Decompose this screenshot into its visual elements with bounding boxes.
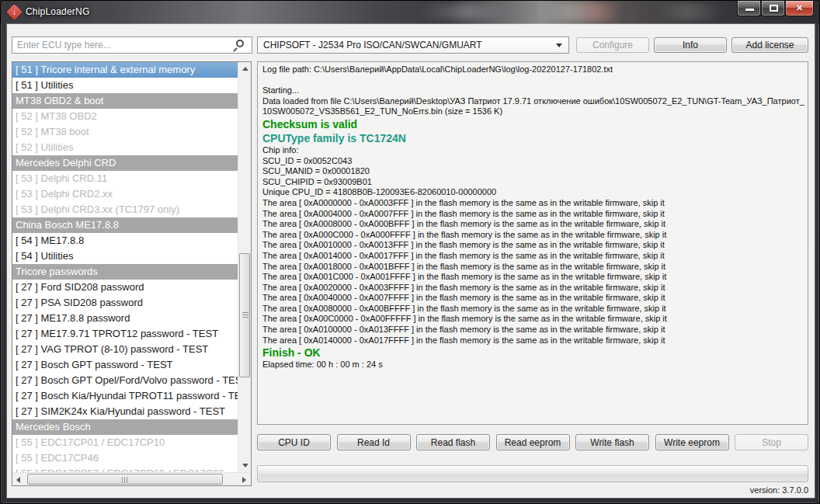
version-label: version: 3.7.0.0 — [750, 485, 808, 495]
titlebar-glass-artifact — [420, 4, 513, 19]
titlebar-glass-artifact — [653, 3, 723, 20]
ecu-list-item[interactable]: [ 54 ] ME17.8.8 — [12, 233, 238, 249]
read-id-button[interactable]: Read Id — [337, 434, 411, 450]
ecu-list-item[interactable]: [ 52 ] MT38 OBD2 — [12, 109, 238, 124]
action-button-row: CPU IDRead IdRead flashRead eepromWrite … — [257, 434, 808, 450]
arrow-down-icon — [242, 464, 248, 468]
ecu-list-item[interactable]: [ 27 ] Bosch GPT password - TEST — [12, 357, 238, 373]
log-line: Starting... — [262, 85, 803, 96]
horizontal-scroll-thumb[interactable] — [27, 474, 223, 485]
log-line: CPUType family is TC1724N — [262, 131, 803, 145]
log-line: The area [ 0xA00C0000 - 0xA00FFFFF ] in … — [262, 314, 803, 325]
ecu-list-item[interactable]: [ 53 ] Delphi CRD2.xx — [12, 186, 238, 202]
minimize-icon — [745, 9, 754, 11]
search-icon — [236, 40, 244, 47]
chevron-down-icon — [556, 43, 562, 47]
close-icon: ✕ — [796, 3, 803, 12]
ecu-list-item[interactable]: [ 54 ] Utilities — [12, 249, 238, 264]
ecu-list-item[interactable]: [ 27 ] Bosch Kia/Hyundai TPROT11 passwor… — [12, 388, 238, 404]
maximize-icon — [770, 5, 778, 12]
vertical-scroll-thumb[interactable] — [239, 253, 250, 377]
cpu-id-button[interactable]: CPU ID — [257, 434, 331, 450]
ecu-list-item[interactable]: [ 53 ] Delphi CRD.11 — [12, 171, 238, 186]
ecu-list-item[interactable]: [ 27 ] SIM2K24x Kia/Hyundai password - T… — [12, 404, 238, 419]
ecu-list-item[interactable]: [ 51 ] Utilities — [12, 78, 238, 93]
ecu-list-item[interactable]: [ 52 ] MT38 boot — [12, 124, 238, 140]
log-line: The area [ 0xA0004000 - 0xA0007FFF ] in … — [262, 209, 803, 220]
log-line: The area [ 0xA0014000 - 0xA0017FFF ] in … — [262, 251, 803, 262]
minimize-button[interactable] — [737, 1, 761, 16]
scroll-down-button[interactable] — [238, 459, 252, 472]
log-line: The area [ 0xA0100000 - 0xA013FFFF ] in … — [262, 325, 803, 335]
arrow-right-icon — [242, 477, 246, 483]
search-button[interactable] — [231, 36, 252, 54]
search-input[interactable] — [12, 36, 231, 54]
write-flash-button[interactable]: Write flash — [575, 434, 649, 450]
log-line: The area [ 0xA000C000 - 0xA000FFFF ] in … — [262, 230, 803, 241]
log-line: SCU_ID = 0x0052C043 — [262, 156, 803, 167]
arrow-up-icon — [242, 67, 248, 71]
titlebar[interactable]: ↓ ChipLoaderNG ✕ — [1, 1, 819, 24]
log-line: The area [ 0xA0008000 - 0xA000BFFF ] in … — [262, 219, 803, 230]
ecu-group-header: MT38 OBD2 & boot — [12, 93, 238, 109]
log-line: Log file path: C:\Users\Валерий\AppData\… — [262, 64, 803, 75]
ecu-list-item[interactable]: [ 27 ] VAG TPROT (8-10) password - TEST — [12, 342, 238, 357]
device-dropdown[interactable]: CHIPSOFT - J2534 Pro ISO/CAN/SWCAN/GMUAR… — [257, 36, 569, 54]
log-line: Finish - OK — [262, 346, 803, 360]
ecu-list-item[interactable]: [ 53 ] Delphi CRD3.xx (TC1797 only) — [12, 202, 238, 217]
ecu-group-header: Mercedes Bosch — [12, 419, 238, 435]
ecu-list-item[interactable]: [ 27 ] ME17.9.71 TPROT12 password - TEST — [12, 326, 238, 342]
read-flash-button[interactable]: Read flash — [416, 434, 490, 450]
log-line — [262, 75, 803, 86]
horizontal-scrollbar[interactable] — [12, 472, 251, 485]
down-arrow-icon: ↓ — [9, 6, 20, 18]
maximize-button[interactable] — [761, 1, 785, 16]
log-line: Data loaded from file C:\Users\Валерий\D… — [262, 96, 803, 107]
configure-button[interactable]: Configure — [576, 37, 649, 53]
log-line: Elapsed time: 00 h : 00 m : 24 s — [262, 360, 803, 370]
ecu-list-item[interactable]: [ 52 ] Utilities — [12, 140, 238, 155]
ecu-list-item[interactable]: [ 27 ] Ford SID208 password — [12, 280, 238, 295]
log-line: The area [ 0xA001C000 - 0xA001FFFF ] in … — [262, 272, 803, 283]
progress-bar — [257, 465, 808, 482]
scroll-left-button[interactable] — [12, 473, 26, 486]
ecu-list-item[interactable]: [ 27 ] Bosch GPT Opel/Ford/Volvo passwor… — [12, 373, 238, 388]
ecu-list-item[interactable]: [ 55 ] EDC17CP01 / EDC17CP10 — [12, 435, 238, 450]
ecu-list: [ 51 ] Tricore internal & external memor… — [12, 62, 238, 472]
ecu-list-item[interactable]: [ 27 ] ME17.8.8 password — [12, 311, 238, 326]
thumb-grip-icon — [122, 477, 127, 483]
titlebar-glass-artifact — [537, 2, 622, 21]
read-eeprom-button[interactable]: Read eeprom — [496, 434, 570, 450]
app-icon: ↓ — [6, 4, 23, 20]
ecu-group-header: Tricore passwords — [12, 264, 238, 280]
scroll-up-button[interactable] — [238, 62, 252, 75]
client-area: CHIPSOFT - J2534 Pro ISO/CAN/SWCAN/GMUAR… — [7, 24, 815, 498]
log-line: Unique CPU_ID = 41808B0B-120093E6-820600… — [262, 187, 803, 198]
device-dropdown-value: CHIPSOFT - J2534 Pro ISO/CAN/SWCAN/GMUAR… — [263, 40, 482, 50]
scroll-right-button[interactable] — [238, 473, 251, 486]
log-line: Checksum is valid — [262, 117, 803, 131]
ecu-list-item[interactable]: [ 55 ] EDC17CP57 / EDC17CP60 / EDC17C66 — [12, 466, 238, 472]
log-line: The area [ 0xA0018000 - 0xA001BFFF ] in … — [262, 262, 803, 273]
log-line: 10SW005072_VS35B561_E2_TUN_NoErrs.bin (s… — [262, 106, 803, 117]
log-line: The area [ 0xA0140000 - 0xA017FFFF ] in … — [262, 335, 803, 346]
ecu-list-item[interactable]: [ 55 ] EDC17CP46 — [12, 450, 238, 466]
log-line: The area [ 0xA0000000 - 0xA0003FFF ] in … — [262, 198, 803, 209]
stop-button[interactable]: Stop — [735, 434, 808, 450]
log-line: The area [ 0xA0010000 - 0xA0013FFF ] in … — [262, 240, 803, 251]
log-output[interactable]: Log file path: C:\Users\Валерий\AppData\… — [257, 61, 808, 425]
arrow-left-icon — [16, 477, 20, 483]
window-title: ChipLoaderNG — [26, 6, 89, 17]
write-eeprom-button[interactable]: Write eeprom — [655, 434, 729, 450]
app-window: ↓ ChipLoaderNG ✕ CHIPSOFT - J2534 Pro IS… — [0, 0, 820, 504]
ecu-list-item[interactable]: [ 51 ] Tricore internal & external memor… — [12, 62, 238, 78]
log-line: The area [ 0xA0020000 - 0xA003FFFF ] in … — [262, 283, 803, 294]
info-button[interactable]: Info — [654, 37, 727, 53]
vertical-scrollbar[interactable] — [238, 62, 251, 472]
log-line: SCU_CHIPID = 0x93009B01 — [262, 177, 803, 188]
close-button[interactable]: ✕ — [785, 1, 814, 16]
ecu-listbox: [ 51 ] Tricore internal & external memor… — [12, 61, 252, 486]
thumb-grip-icon — [242, 312, 248, 318]
ecu-list-item[interactable]: [ 27 ] PSA SID208 password — [12, 295, 238, 311]
add-license-button[interactable]: Add license — [731, 37, 808, 53]
